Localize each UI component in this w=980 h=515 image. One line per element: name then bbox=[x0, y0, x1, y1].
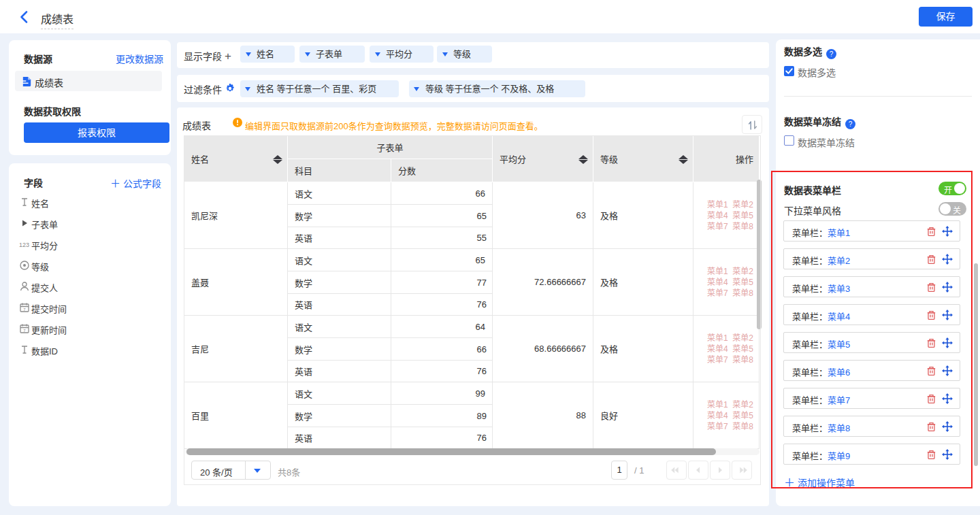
svg-text:7: 7 bbox=[23, 329, 26, 333]
svg-text:7: 7 bbox=[23, 308, 26, 312]
